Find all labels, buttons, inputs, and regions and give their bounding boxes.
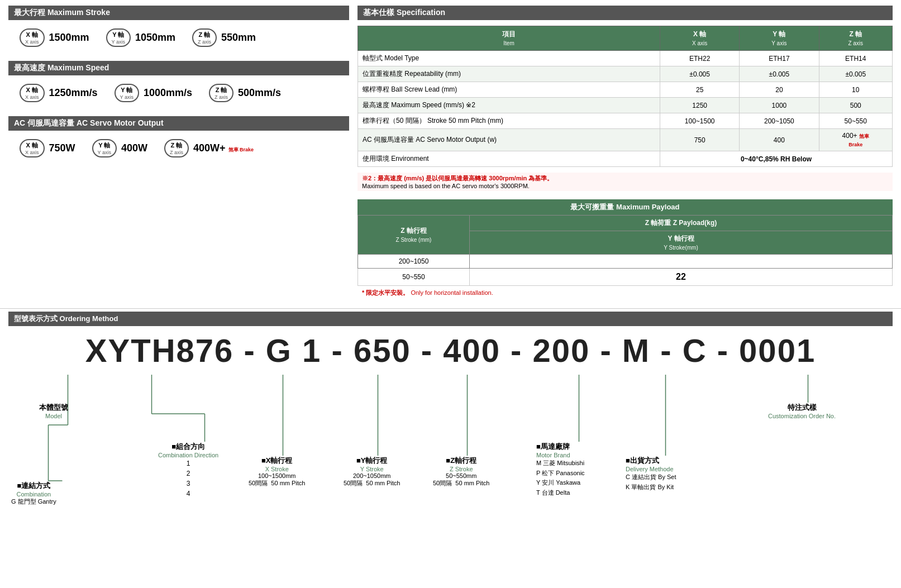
spec-table-title: 基本仕樣 Specification bbox=[357, 6, 893, 20]
connection-cn: ■連結方式 bbox=[11, 481, 56, 491]
spec-row-y: ETH17 bbox=[740, 51, 819, 66]
spec-note1: ※2：最高速度 (mm/s) 是以伺服馬達最高轉速 3000rpm/min 為基… bbox=[362, 175, 553, 181]
ac-servo-section: AC 伺服馬達容量 AC Servo Motor Output X 軸 X ax… bbox=[8, 116, 349, 166]
payload-y-stroke-header: Y 軸行程 Y Stroke(mm) bbox=[470, 231, 893, 255]
ac-x-value: 750W bbox=[49, 142, 75, 154]
speed-x-value: 1250mm/s bbox=[49, 87, 98, 99]
left-specs: 最大行程 Maximum Stroke X 軸 X axis 1500mm Y … bbox=[8, 6, 349, 300]
ac-x-en: X axis bbox=[25, 150, 39, 155]
ac-y-badge: Y 軸 Y axis bbox=[92, 139, 117, 157]
spec-row-x: ±0.005 bbox=[660, 66, 740, 82]
speed-x-item: X 軸 X axis 1250mm/s bbox=[20, 84, 98, 102]
speed-z-value: 500mm/s bbox=[238, 87, 281, 99]
spec-env-value: 0~40°C,85% RH Below bbox=[660, 151, 893, 167]
spec-row-y: 1000 bbox=[740, 98, 819, 113]
spec-row-y: 20 bbox=[740, 82, 819, 98]
payload-z-stroke-header: Z 軸行程 Z Stroke (mm) bbox=[358, 216, 470, 255]
spec-row-label: 標準行程（50 間隔） Stroke 50 mm Pitch (mm) bbox=[358, 113, 660, 129]
speed-y-badge: Y 軸 Y axis bbox=[115, 84, 139, 102]
ordering-header: 型號表示方式 Ordering Method bbox=[8, 312, 893, 326]
motor-brand-label: ■馬達廠牌 Motor Brand M 三菱 Mitsubishi P 松下 P… bbox=[536, 442, 585, 498]
custom-cn: 特注式樣 bbox=[768, 403, 836, 413]
stroke-z-badge: Z 軸 Z axis bbox=[192, 28, 217, 47]
stroke-x-item: X 軸 X axis 1500mm bbox=[20, 28, 89, 47]
y-stroke-range: 200~1050mm bbox=[344, 472, 400, 479]
custom-en: Customization Order No. bbox=[768, 413, 836, 419]
stroke-z-en: Z axis bbox=[198, 39, 211, 45]
ac-z-item: Z 軸 Z axis 400W+ 煞車 Brake bbox=[164, 139, 254, 157]
spec-row-label: 軸型式 Model Type bbox=[358, 51, 660, 66]
stroke-z-cn: Z 軸 bbox=[199, 31, 211, 39]
payload-z-load-header: Z 軸荷重 Z Payload(kg) bbox=[470, 216, 893, 231]
spec-col-y: Y 軸 Y axis bbox=[740, 26, 819, 51]
spec-row-y: 400 bbox=[740, 129, 819, 151]
max-speed-section: 最高速度 Maximum Speed X 軸 X axis 1250mm/s Y… bbox=[8, 61, 349, 111]
stroke-y-badge: Y 軸 Y axis bbox=[106, 28, 131, 47]
brake-text: 煞車 Brake bbox=[228, 147, 254, 152]
ac-servo-title: AC 伺服馬達容量 AC Servo Motor Output bbox=[14, 118, 164, 127]
connection-label: ■連結方式 Combination G 龍門型 Gantry bbox=[11, 481, 56, 506]
spec-row-z: ETH14 bbox=[819, 51, 893, 66]
y-stroke-en: Y Stroke bbox=[344, 466, 400, 472]
stroke-y-item: Y 軸 Y axis 1050mm bbox=[106, 28, 175, 47]
spec-row-label: 最高速度 Maximum Speed (mm/s) ※2 bbox=[358, 98, 660, 113]
combination-en: Combination Direction bbox=[158, 452, 218, 458]
page-wrapper: 最大行程 Maximum Stroke X 軸 X axis 1500mm Y … bbox=[0, 0, 901, 545]
motor-brand-values: M 三菱 Mitsubishi P 松下 Panasonic Y 安川 Yask… bbox=[536, 458, 585, 498]
delivery-values: C 連結出貨 By Set K 單軸出貨 By Kit bbox=[626, 472, 676, 492]
spec-row-x: 100~1500 bbox=[660, 113, 740, 129]
speed-axis-row: X 軸 X axis 1250mm/s Y 軸 Y axis 1000mm/s bbox=[8, 75, 349, 111]
spec-col-z: Z 軸 Z axis bbox=[819, 26, 893, 51]
spec-col-item: 項目 Item bbox=[358, 26, 660, 51]
spec-row-z: 400+ 煞車Brake bbox=[819, 129, 893, 151]
connection-value: G 龍門型 Gantry bbox=[11, 498, 56, 506]
body-model-cn: 本體型號 bbox=[39, 403, 68, 413]
combination-cn: ■組合方向 bbox=[158, 442, 218, 452]
ac-y-item: Y 軸 Y axis 400W bbox=[92, 139, 147, 157]
combination-label: ■組合方向 Combination Direction 1234 bbox=[158, 442, 218, 499]
payload-z-range: 50~550 bbox=[358, 269, 470, 286]
ac-servo-header: AC 伺服馬達容量 AC Servo Motor Output bbox=[8, 116, 349, 131]
ac-x-cn: X 軸 bbox=[26, 141, 38, 150]
x-stroke-en: X Stroke bbox=[249, 466, 305, 472]
x-stroke-pitch: 50間隔 50 mm Pitch bbox=[249, 479, 305, 487]
ordering-section: 型號表示方式 Ordering Method XYTH876 - G 1 - 6… bbox=[0, 308, 901, 545]
payload-table: Z 軸行程 Z Stroke (mm) Z 軸荷重 Z Payload(kg) … bbox=[357, 215, 893, 286]
ac-z-en: Z axis bbox=[170, 150, 183, 155]
right-specs: 基本仕樣 Specification 項目 Item X 軸 X axis bbox=[357, 6, 893, 300]
spec-row-z: ±0.005 bbox=[819, 66, 893, 82]
spec-row-label: 使用環境 Environment bbox=[358, 151, 660, 167]
ac-z-cn: Z 軸 bbox=[171, 141, 183, 150]
ac-z-value: 400W+ 煞車 Brake bbox=[193, 142, 254, 154]
stroke-x-en: X axis bbox=[25, 39, 39, 45]
speed-y-item: Y 軸 Y axis 1000mm/s bbox=[115, 84, 192, 102]
max-speed-header: 最高速度 Maximum Speed bbox=[8, 61, 349, 75]
stroke-y-cn: Y 軸 bbox=[112, 31, 124, 39]
speed-y-en: Y axis bbox=[120, 94, 134, 100]
stroke-y-value: 1050mm bbox=[135, 32, 175, 44]
z-stroke-cn: ■Z軸行程 bbox=[433, 456, 489, 466]
speed-z-en: Z axis bbox=[214, 94, 228, 100]
spec-row-label: 螺桿導程 Ball Screw Lead (mm) bbox=[358, 82, 660, 98]
custom-label: 特注式樣 Customization Order No. bbox=[768, 403, 836, 419]
spec-row-z: 10 bbox=[819, 82, 893, 98]
x-stroke-range: 100~1500mm bbox=[249, 472, 305, 479]
speed-y-value: 1000mm/s bbox=[144, 87, 192, 99]
z-stroke-range: 50~550mm bbox=[433, 472, 489, 479]
ac-y-value: 400W bbox=[121, 142, 147, 154]
y-stroke-label: ■Y軸行程 Y Stroke 200~1050mm 50間隔 50 mm Pit… bbox=[344, 456, 400, 487]
payload-y-range: 200~1050 bbox=[358, 255, 470, 269]
z-stroke-label: ■Z軸行程 Z Stroke 50~550mm 50間隔 50 mm Pitch bbox=[433, 456, 489, 487]
spec-row-y: ±0.005 bbox=[740, 66, 819, 82]
spec-note2: Maximum speed is based on the AC servo m… bbox=[362, 183, 530, 189]
speed-y-cn: Y 軸 bbox=[121, 86, 132, 94]
spec-table: 項目 Item X 軸 X axis Y 軸 Y axis Z 軸 bbox=[357, 26, 893, 167]
stroke-x-cn: X 軸 bbox=[26, 31, 38, 39]
spec-row-x: 1250 bbox=[660, 98, 740, 113]
x-stroke-cn: ■X軸行程 bbox=[249, 456, 305, 466]
z-stroke-pitch: 50間隔 50 mm Pitch bbox=[433, 479, 489, 487]
ac-y-en: Y axis bbox=[98, 150, 111, 155]
payload-section: 最大可搬重量 Maximum Payload Z 軸行程 Z Stroke (m… bbox=[357, 199, 893, 300]
max-stroke-header: 最大行程 Maximum Stroke bbox=[8, 6, 349, 20]
stroke-z-item: Z 軸 Z axis 550mm bbox=[192, 28, 256, 47]
